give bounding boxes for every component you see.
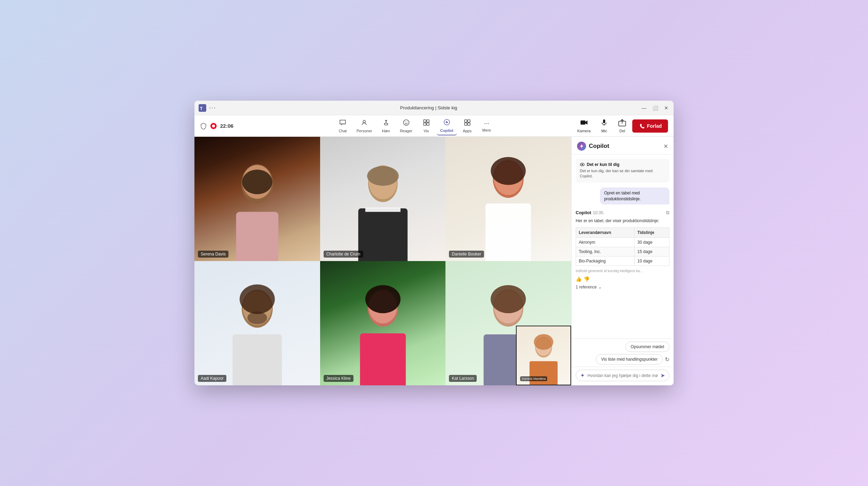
response-sender: Copilot [576,210,591,215]
participant-name-danielle: Danielle Booker [449,251,484,258]
show-icon [423,119,430,128]
production-table: Leverandørnavn Tidslinje Akronym 30 dage… [576,227,669,266]
svg-point-41 [365,285,400,313]
copilot-panel: Copilot ✕ Det er kun til dig Det er kun … [571,137,674,385]
toolbar-right: Kamera Mic Del Forlad [574,117,668,135]
copilot-button[interactable]: Copilot [437,117,457,135]
title-bar: T ··· Produktlancering | Sidste kig — ⬜ … [194,101,674,115]
share-label: Del [619,129,625,133]
react-label: Reager [400,129,412,133]
recording-indicator [210,123,217,129]
svg-point-36 [240,284,275,314]
avatar-serena [194,137,320,261]
show-button[interactable]: Vis [417,117,435,135]
main-content: Serena Davis Charlotte de Crum [194,137,674,385]
person-silhouette [194,280,320,385]
window-controls: — ⬜ ✕ [641,105,669,111]
persons-label: Personer [357,129,372,133]
timeline-2: 15 dage [634,247,669,257]
phone-icon [639,123,645,129]
end-call-button[interactable]: Forlad [632,119,668,133]
raise-button[interactable]: Hæv [377,117,395,135]
participant-name-jessica: Jessica Kline [324,375,353,382]
toolbar-center-buttons: Chat Personer Hæv Reager [256,117,574,135]
share-button[interactable]: Del [614,117,630,135]
person-silhouette [320,280,446,385]
user-message-bubble: Opret en tabel med produktionstidslinje. [600,187,669,205]
reference-count: 1 reference [576,285,597,290]
chat-button[interactable]: Chat [334,117,352,135]
avatar-charlotte [320,137,446,261]
video-cell-jessica: Jessica Kline [320,261,446,385]
more-icon: ··· [484,120,489,127]
response-time: 10:35. [593,210,604,215]
copilot-label: Copilot [440,128,453,133]
privacy-text: Det er kun dig, der kan se din samtale m… [580,168,665,179]
svg-rect-22 [236,212,278,261]
mic-button[interactable]: Mic [596,117,612,135]
svg-rect-27 [365,208,400,212]
copilot-sparkle-icon [579,144,584,149]
video-grid: Serena Davis Charlotte de Crum [194,137,571,385]
timeline-1: 30 dage [634,238,669,247]
participant-name-aadi: Aadi Kapoor [198,375,226,382]
participant-name-serena: Serena Davis [198,251,228,258]
mic-icon [600,119,608,128]
avatar-danielle [445,137,571,261]
quick-actions: Opsummer mødet Vis liste med handlingspu… [571,338,674,367]
svg-rect-31 [486,203,531,261]
reference-row[interactable]: 1 reference ⌄ [576,284,669,290]
supplier-2: Tooling, Inc. [576,247,635,257]
thumbs-down-icon[interactable]: 👎 [584,276,590,282]
more-label: Mere [482,128,491,132]
copilot-icon [577,142,586,151]
apps-button[interactable]: Apps [458,117,476,135]
person-silhouette [320,156,446,261]
eye-icon [580,162,585,167]
timeline-3: 10 dage [634,257,669,266]
user-message-container: Opret en tabel med produktionstidslinje. [571,185,674,207]
svg-point-28 [367,166,399,186]
toolbar-left: 22:06 [200,123,256,129]
camera-icon [580,119,588,128]
mic-label: Mic [601,129,607,133]
avatar-daniela: Daniela Mandera [516,326,571,385]
close-button[interactable]: ✕ [663,105,669,111]
svg-point-51 [582,164,583,165]
copilot-input[interactable] [587,373,658,378]
summarize-meeting-button[interactable]: Opsummer mødet [625,342,669,352]
send-button[interactable]: ➤ [660,372,665,379]
svg-rect-15 [468,123,470,125]
copilot-icon [443,119,450,127]
svg-rect-14 [465,123,467,125]
copilot-close-button[interactable]: ✕ [663,143,668,150]
participant-name-charlotte: Charlotte de Crum [324,251,363,258]
supplier-1: Akronym [576,238,635,247]
refresh-icon[interactable]: ↻ [665,356,669,363]
svg-rect-10 [427,123,429,125]
title-bar-left: T ··· [199,104,216,112]
action-items-button[interactable]: Vis liste med handlingspunkter [596,354,663,364]
call-timer: 22:06 [220,123,233,129]
camera-label: Kamera [577,129,591,133]
video-cell-serena: Serena Davis [194,137,320,261]
thumbs-up-icon[interactable]: 👍 [576,276,582,282]
svg-rect-12 [465,120,467,122]
raise-icon [383,119,390,128]
table-row: Akronym 30 dage [576,238,669,247]
copy-icon[interactable]: ⧉ [666,210,669,216]
camera-button[interactable]: Kamera [574,117,594,135]
more-button[interactable]: ··· Mere [478,118,496,134]
svg-rect-8 [427,120,429,122]
ai-disclaimer: Indhold genereret af kunstig intelligens… [576,269,669,274]
react-button[interactable]: Reager [397,117,416,135]
minimize-button[interactable]: — [641,105,647,111]
table-row: Bio-Packaging 10 dage [576,257,669,266]
persons-button[interactable]: Personer [353,117,376,135]
maximize-button[interactable]: ⬜ [652,105,658,111]
copilot-header: Copilot ✕ [571,137,674,154]
video-cell-danielle: Danielle Booker [445,137,571,261]
more-options-icon[interactable]: ··· [209,104,216,111]
svg-rect-3 [384,123,388,125]
copilot-response-area: Copilot 10:35. ⧉ Her er en tabel, der vi… [571,207,674,338]
